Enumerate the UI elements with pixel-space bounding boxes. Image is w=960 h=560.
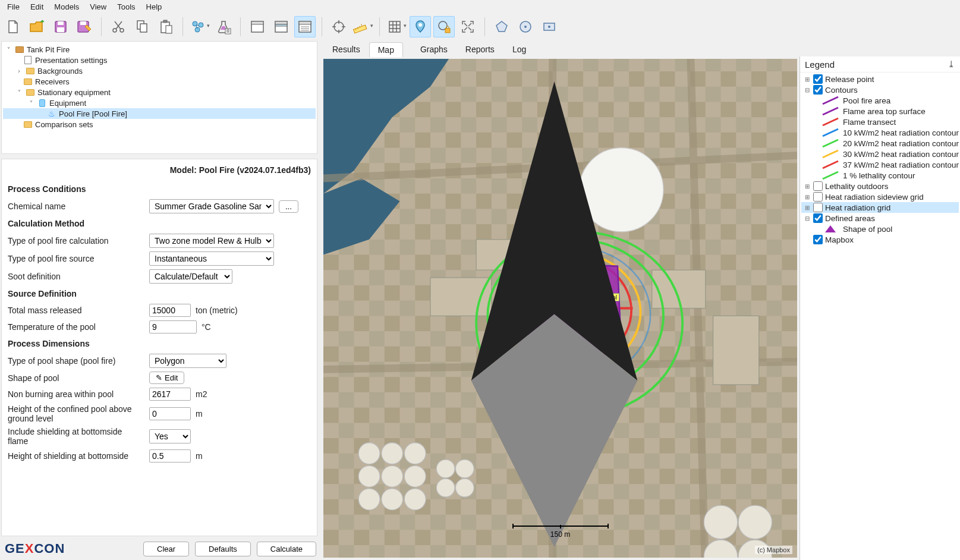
copy-icon[interactable] (131, 16, 153, 37)
legend-cb-lethality[interactable] (813, 181, 823, 191)
rect-dot-icon[interactable] (539, 16, 560, 37)
height-shield-input[interactable] (149, 449, 191, 463)
cut-icon[interactable] (108, 16, 129, 37)
save-as-icon[interactable] (74, 16, 95, 37)
legend-cb-defined[interactable] (813, 213, 823, 223)
include-shield-select[interactable]: Yes (149, 429, 191, 443)
soot-select[interactable]: Calculate/Default (149, 269, 232, 284)
new-file-icon[interactable] (2, 16, 24, 37)
legend-defined-areas[interactable]: ⊟ Defined areas (801, 213, 959, 224)
tree-label: Equipment (49, 99, 86, 108)
tab-results[interactable]: Results (323, 42, 369, 56)
main-area: ˅ Tank Pit Fire Presentation settings › … (0, 40, 960, 560)
menu-edit[interactable]: Edit (26, 1, 48, 12)
legend-contour-item[interactable]: Flame transect (801, 117, 959, 127)
expand-icon[interactable]: ⊟ (804, 87, 811, 93)
legend-mapbox[interactable]: Mapbox (801, 234, 959, 245)
type-source-label: Type of pool fire source (8, 254, 144, 263)
crosshair-icon[interactable] (328, 16, 350, 37)
marker-pin-icon[interactable] (410, 16, 431, 37)
tree-comparison[interactable]: Comparison sets (3, 119, 316, 130)
expand-icon[interactable]: ˅ (4, 46, 12, 53)
pin-icon[interactable]: ⤓ (948, 59, 955, 70)
legend-contour-item[interactable]: 30 kW/m2 heat radiation contour (801, 149, 959, 159)
chemical-more-button[interactable]: ... (279, 200, 298, 213)
menu-help[interactable]: Help (141, 1, 167, 12)
type-source-select[interactable]: Instantaneous (149, 251, 274, 266)
legend-contour-item[interactable]: Flame area top surface (801, 106, 959, 117)
menu-view[interactable]: View (85, 1, 111, 12)
defaults-button[interactable]: Defaults (195, 542, 251, 556)
line-swatch (821, 128, 839, 137)
expand-icon[interactable]: ⊞ (804, 76, 811, 83)
total-mass-input[interactable] (149, 304, 191, 317)
tree-presentation[interactable]: Presentation settings (3, 55, 316, 65)
legend-release-point[interactable]: ⊞ Release point (801, 74, 959, 84)
expand-icon[interactable]: › (15, 68, 23, 74)
pool-shape-type-select[interactable]: Polygon (149, 354, 226, 368)
section-process-conditions: Process Conditions (8, 181, 311, 197)
paste-icon[interactable] (155, 16, 177, 37)
nonburn-input[interactable] (149, 388, 191, 401)
legend-cb-contours[interactable] (813, 85, 823, 95)
window2-icon[interactable] (270, 16, 292, 37)
legend-lethality-outdoors[interactable]: ⊞ Lethality outdoors (801, 181, 959, 191)
expand-icon[interactable]: ˅ (15, 89, 23, 96)
legend-contour-item[interactable]: 10 kW/m2 heat radiation contour (801, 127, 959, 138)
tree-equipment[interactable]: ˅ Equipment (3, 97, 316, 108)
expand-icon[interactable]: ⊞ (804, 205, 811, 211)
tab-reports[interactable]: Reports (457, 42, 503, 56)
circle-dot-icon[interactable] (515, 16, 536, 37)
legend-shape-of-pool[interactable]: Shape of pool (801, 224, 959, 234)
legend-heat-sideview[interactable]: ⊞ Heat radiation sideview grid (801, 191, 959, 202)
temp-pool-input[interactable] (149, 320, 197, 334)
legend-cb-heatgrid[interactable] (813, 203, 823, 212)
tree-receivers[interactable]: Receivers (3, 76, 316, 87)
clear-button[interactable]: Clear (143, 542, 189, 556)
tab-map[interactable]: Map (369, 42, 403, 57)
window3-icon[interactable] (294, 16, 316, 37)
legend-contour-item[interactable]: Pool fire area (801, 95, 959, 106)
tree-stationary[interactable]: ˅ Stationary equipment (3, 87, 316, 97)
tree-poolfire[interactable]: ♨ Pool Fire [Pool Fire] (3, 108, 316, 119)
fullscreen-icon[interactable] (457, 16, 479, 37)
legend-cb-mapbox[interactable] (813, 235, 823, 244)
legend-cb-sideview[interactable] (813, 192, 823, 202)
zoom-lock-icon[interactable] (433, 16, 455, 37)
tab-graphs[interactable]: Graphs (411, 42, 457, 56)
map-canvas[interactable]: Shape of pool 150 m (c) Mapbox (323, 59, 797, 558)
type-calc-select[interactable]: Two zone model Rew & Hulbert (149, 234, 274, 248)
expand-icon[interactable]: ⊟ (804, 215, 811, 222)
menu-file[interactable]: File (2, 1, 24, 12)
flask-icon[interactable] (213, 16, 234, 37)
tree-label: Presentation settings (35, 56, 107, 65)
window1-icon[interactable] (247, 16, 268, 37)
tab-log[interactable]: Log (503, 42, 535, 56)
ruler-icon[interactable] (352, 16, 373, 37)
legend-heat-grid[interactable]: ⊞ Heat radiation grid (801, 202, 959, 213)
height-confined-input[interactable] (149, 407, 191, 420)
molecule-icon[interactable] (189, 16, 210, 37)
menu-models[interactable]: Models (49, 1, 84, 12)
tree-root[interactable]: ˅ Tank Pit Fire (3, 44, 316, 55)
chemical-name-select[interactable]: Summer Grade Gasoline Sample (149, 199, 274, 213)
grid-icon[interactable] (386, 16, 407, 37)
shape-pool-edit-button[interactable]: ✎Edit (149, 372, 184, 384)
legend-contour-item[interactable]: 20 kW/m2 heat radiation contour (801, 138, 959, 149)
expand-icon[interactable]: ⊞ (804, 194, 811, 200)
pentagon-icon[interactable] (491, 16, 512, 37)
save-icon[interactable] (50, 16, 71, 37)
legend-cb-release[interactable] (813, 74, 823, 84)
fire-icon: ♨ (47, 109, 56, 118)
expand-icon[interactable]: ⊞ (804, 183, 811, 190)
legend-contours[interactable]: ⊟ Contours (801, 84, 959, 95)
project-tree[interactable]: ˅ Tank Pit Fire Presentation settings › … (1, 41, 317, 154)
open-file-icon[interactable] (26, 16, 48, 37)
legend-contour-item[interactable]: 1 % lethality contour (801, 170, 959, 181)
expand-icon[interactable]: ˅ (27, 100, 35, 106)
menu-tools[interactable]: Tools (112, 1, 140, 12)
calculate-button[interactable]: Calculate (257, 542, 316, 556)
legend-item-label: Pool fire area (843, 96, 890, 105)
legend-contour-item[interactable]: 37 kW/m2 heat radiation contour (801, 159, 959, 170)
tree-backgrounds[interactable]: › Backgrounds (3, 65, 316, 76)
